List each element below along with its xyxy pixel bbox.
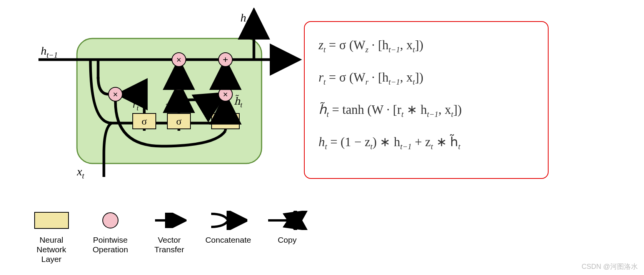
label-h-prev: ht−1 — [41, 44, 58, 59]
svg-text:1-: 1- — [175, 79, 182, 88]
tanh-box: tanh — [212, 113, 239, 129]
legend-rect-icon — [34, 212, 69, 229]
equation-htilde: h̃t = tanh (W · [rt ∗ ht−1, xt]) — [319, 93, 538, 126]
svg-text:×: × — [223, 90, 228, 99]
label-h-out: ht — [240, 11, 249, 26]
sigma-box-z: σ — [167, 113, 190, 129]
svg-text:σ: σ — [142, 116, 147, 127]
legend-concat-icon — [209, 211, 247, 230]
gru-cell-diagram: ht−1 ht xt σ σ tanh — [23, 8, 308, 185]
sigma-box-r: σ — [133, 113, 156, 129]
one-minus-op: 1- — [170, 77, 188, 90]
gru-svg: ht−1 ht xt σ σ tanh — [23, 8, 308, 185]
legend-vector: VectorTransfer — [145, 210, 194, 254]
op-mul-r: × — [108, 87, 122, 101]
svg-text:+: + — [223, 54, 228, 65]
legend-arrow-icon — [152, 213, 187, 228]
watermark: CSDN @河图洛水 — [582, 262, 638, 271]
svg-text:tanh: tanh — [217, 116, 234, 126]
equation-h: ht = (1 − zt) ∗ ht−1 + zt ∗ h̃t — [319, 126, 538, 158]
op-mul-cand: × — [219, 87, 232, 101]
legend-nn-layer: Neural NetworkLayer — [27, 210, 76, 264]
legend-circle-icon — [102, 212, 118, 228]
equation-z: zt = σ (Wz · [ht−1, xt]) — [319, 29, 538, 61]
label-x-in: xt — [77, 165, 84, 180]
op-add-top: + — [219, 53, 232, 67]
legend-pointwise: PointwiseOperation — [86, 210, 135, 254]
op-mul-top: × — [172, 53, 186, 67]
legend-copy: Copy — [263, 210, 312, 245]
equation-r: rt = σ (Wr · [ht−1, xt]) — [319, 61, 538, 93]
svg-text:σ: σ — [176, 116, 182, 127]
svg-text:×: × — [177, 55, 182, 65]
svg-text:×: × — [113, 90, 118, 99]
legend-copy-icon — [266, 211, 308, 230]
legend-concat: Concatenate — [204, 210, 253, 245]
equations-box: zt = σ (Wz · [ht−1, xt]) rt = σ (Wr · [h… — [304, 21, 549, 179]
legend: Neural NetworkLayer PointwiseOperation V… — [27, 210, 312, 263]
